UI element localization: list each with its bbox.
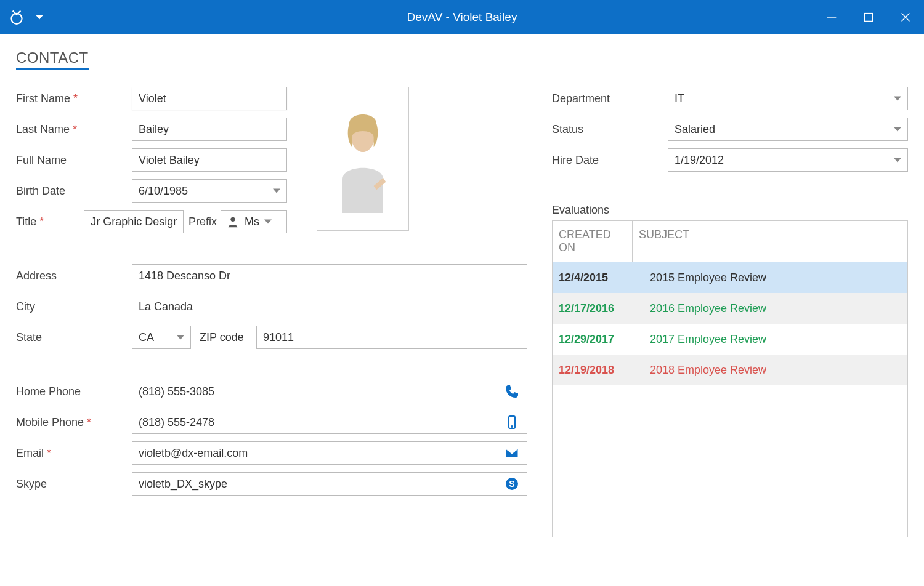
chevron-down-icon bbox=[894, 156, 901, 164]
label-state: State bbox=[16, 331, 127, 344]
evaluation-row[interactable]: 12/4/20152015 Employee Review bbox=[553, 262, 907, 293]
label-hire-date: Hire Date bbox=[552, 154, 663, 167]
svg-point-5 bbox=[230, 217, 235, 222]
evaluation-date: 12/19/2018 bbox=[559, 364, 650, 377]
evaluation-date: 12/4/2015 bbox=[559, 271, 650, 284]
zip-input[interactable] bbox=[256, 326, 527, 349]
city-input[interactable] bbox=[132, 295, 527, 318]
phone-icon[interactable] bbox=[503, 384, 521, 399]
full-name-input[interactable] bbox=[132, 148, 287, 172]
chevron-down-icon bbox=[177, 334, 184, 341]
chevron-down-icon bbox=[894, 126, 901, 133]
eval-header-created[interactable]: CREATED ON bbox=[553, 221, 633, 262]
window-title: DevAV - Violet Bailey bbox=[407, 10, 517, 24]
label-first-name: First Name bbox=[16, 92, 127, 105]
mobile-icon[interactable] bbox=[503, 415, 521, 430]
chevron-down-icon bbox=[894, 95, 901, 102]
evaluation-row[interactable]: 12/29/20172017 Employee Review bbox=[553, 324, 907, 355]
evaluation-row[interactable]: 12/17/20162016 Employee Review bbox=[553, 293, 907, 324]
address-input[interactable] bbox=[132, 264, 527, 287]
label-full-name: Full Name bbox=[16, 154, 127, 167]
label-evaluations: Evaluations bbox=[552, 204, 908, 217]
window-maximize-button[interactable] bbox=[850, 0, 887, 34]
prefix-combo[interactable]: Ms bbox=[221, 210, 287, 233]
email-icon[interactable] bbox=[503, 446, 521, 460]
prefix-value: Ms bbox=[245, 215, 259, 228]
skype-input[interactable]: S bbox=[132, 472, 527, 496]
label-home-phone: Home Phone bbox=[16, 385, 127, 398]
chevron-down-icon bbox=[273, 187, 280, 195]
label-birth-date: Birth Date bbox=[16, 185, 127, 198]
label-last-name: Last Name bbox=[16, 123, 127, 136]
mobile-phone-input[interactable] bbox=[132, 411, 527, 434]
tab-contact[interactable]: CONTACT bbox=[16, 49, 89, 70]
department-combo[interactable]: IT bbox=[668, 87, 908, 110]
evaluation-date: 12/29/2017 bbox=[559, 333, 650, 346]
quick-access-dropdown[interactable] bbox=[36, 11, 43, 24]
department-value: IT bbox=[675, 92, 684, 105]
label-title: Title bbox=[16, 215, 79, 228]
state-value: CA bbox=[139, 331, 154, 344]
evaluation-subject: 2016 Employee Review bbox=[650, 302, 901, 315]
contact-photo[interactable] bbox=[317, 87, 409, 231]
label-prefix: Prefix bbox=[188, 215, 217, 228]
person-icon bbox=[226, 215, 240, 228]
svg-point-7 bbox=[511, 426, 513, 427]
first-name-input[interactable] bbox=[132, 87, 287, 110]
label-zip: ZIP code bbox=[196, 331, 251, 344]
home-phone-input[interactable] bbox=[132, 380, 527, 403]
svg-rect-2 bbox=[865, 14, 873, 22]
evaluation-subject: 2017 Employee Review bbox=[650, 333, 901, 346]
skype-icon[interactable]: S bbox=[503, 476, 521, 491]
hire-date-picker[interactable]: 1/19/2012 bbox=[668, 148, 908, 172]
window-minimize-button[interactable] bbox=[813, 0, 850, 34]
evaluation-row[interactable]: 12/19/20182018 Employee Review bbox=[553, 355, 907, 385]
label-status: Status bbox=[552, 123, 663, 136]
label-mobile-phone: Mobile Phone bbox=[16, 416, 127, 429]
state-combo[interactable]: CA bbox=[132, 326, 191, 349]
title-input[interactable] bbox=[84, 210, 184, 233]
label-department: Department bbox=[552, 92, 663, 105]
eval-header-subject[interactable]: SUBJECT bbox=[633, 221, 907, 262]
label-city: City bbox=[16, 300, 127, 313]
hire-date-value: 1/19/2012 bbox=[675, 154, 724, 167]
email-input[interactable] bbox=[132, 441, 527, 465]
app-logo-icon bbox=[9, 7, 25, 28]
svg-text:S: S bbox=[509, 479, 514, 489]
evaluation-subject: 2015 Employee Review bbox=[650, 271, 901, 284]
label-skype: Skype bbox=[16, 478, 127, 491]
birth-date-value: 6/10/1985 bbox=[139, 185, 188, 198]
status-value: Salaried bbox=[675, 123, 715, 136]
status-combo[interactable]: Salaried bbox=[668, 118, 908, 141]
evaluation-subject: 2018 Employee Review bbox=[650, 364, 901, 377]
chevron-down-icon bbox=[264, 218, 272, 225]
window-close-button[interactable] bbox=[887, 0, 924, 34]
label-address: Address bbox=[16, 270, 127, 283]
evaluation-date: 12/17/2016 bbox=[559, 302, 650, 315]
label-email: Email bbox=[16, 447, 127, 460]
last-name-input[interactable] bbox=[132, 118, 287, 141]
window-titlebar: DevAV - Violet Bailey bbox=[0, 0, 924, 34]
evaluations-grid: CREATED ON SUBJECT 12/4/20152015 Employe… bbox=[552, 220, 908, 537]
birth-date-picker[interactable]: 6/10/1985 bbox=[132, 179, 287, 203]
